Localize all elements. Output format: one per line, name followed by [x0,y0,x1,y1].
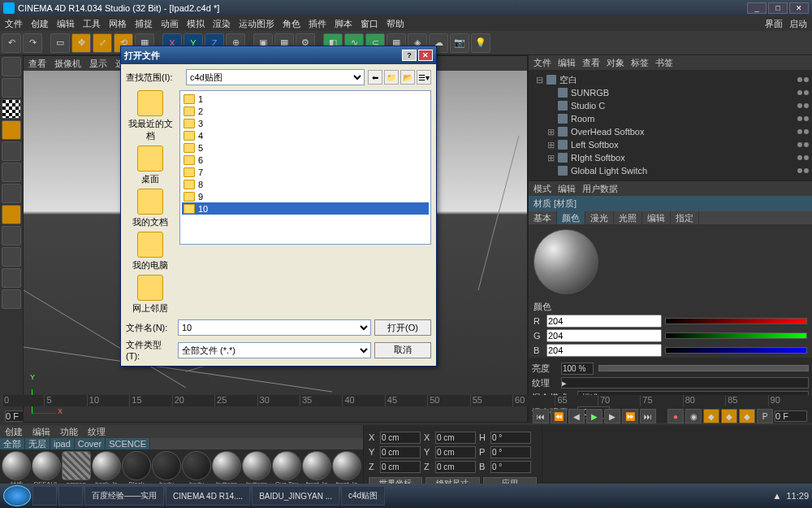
lookin-dropdown[interactable]: c4d贴图 [186,69,365,85]
material-channel-tab[interactable]: 指定 [671,211,699,224]
open-button[interactable]: 打开(O) [374,319,431,336]
menu-item[interactable]: 模拟 [187,18,205,30]
places-item[interactable]: 我的电脑 [132,232,168,271]
enable-axis[interactable] [2,226,21,245]
tray-icon[interactable]: ▲ [773,491,782,501]
panel-tab[interactable]: 文件 [533,57,551,69]
filetype-dropdown[interactable]: 全部文件 (*.*) [178,342,371,358]
record-key[interactable]: ● [667,409,684,423]
play-button[interactable]: ▶ [586,409,603,423]
z-pos[interactable] [380,461,421,473]
object-tree-item[interactable]: Global Light Switch [532,164,809,177]
close-button[interactable]: ✕ [789,2,809,14]
h-rot[interactable] [490,432,531,444]
up-button[interactable]: 📁 [384,70,399,85]
file-list-item[interactable]: 9 [182,190,429,202]
newfolder-button[interactable]: 📂 [400,70,415,85]
filename-input[interactable]: 10 [178,319,371,336]
menu-item[interactable]: 创建 [31,18,49,30]
file-list-item[interactable]: 10 [182,202,429,215]
menu-item[interactable]: 渲染 [213,18,231,30]
menu-item[interactable]: 界面 [765,18,783,30]
scale-tool[interactable]: ⤢ [93,33,112,53]
undo-button[interactable]: ↶ [2,33,21,53]
dialog-titlebar[interactable]: 打开文件 ? ✕ [121,46,436,64]
goto-end[interactable]: ⏭ [640,409,656,423]
menu-item[interactable]: 工具 [83,18,101,30]
cancel-button[interactable]: 取消 [374,342,431,358]
material-menu-item[interactable]: 创建 [0,425,28,438]
material-layer-tab[interactable]: Cover [75,438,106,449]
file-list-item[interactable]: 1 [182,93,429,105]
p-rot[interactable] [490,446,531,458]
x-pos[interactable] [380,432,421,444]
object-tree-item[interactable]: Room [532,112,809,125]
menu-item[interactable]: 动画 [161,18,179,30]
object-mode[interactable] [2,78,21,98]
file-list-item[interactable]: 2 [182,105,429,117]
panel-tab[interactable]: 编辑 [558,57,576,69]
menu-item[interactable]: 运动图形 [239,18,274,30]
brightness-slider[interactable] [598,365,809,371]
next-key[interactable]: ⏩ [622,409,638,423]
taskbar-item[interactable]: CINEMA 4D R14.... [166,486,250,506]
file-list-item[interactable]: 3 [182,117,429,129]
menu-item[interactable]: 文件 [5,18,23,30]
menu-item[interactable]: 帮助 [387,18,404,30]
goto-start[interactable]: ⏮ [533,409,549,423]
point-mode[interactable] [2,141,21,161]
texture-dropdown[interactable]: ▸ [561,377,809,389]
file-list-item[interactable]: 4 [182,129,429,141]
system-tray[interactable]: ▲ 11:29 [773,491,809,501]
key-rot[interactable]: ◆ [739,409,755,423]
menu-item[interactable]: 脚本 [335,18,352,30]
timeline-ruler[interactable]: 051015202530354045505560657075808590 [2,395,810,406]
select-tool[interactable]: ▭ [50,33,70,53]
viewport-menu-item[interactable]: 显示 [89,58,107,70]
object-tree-item[interactable]: SUNRGB [532,86,809,99]
frame-current[interactable] [775,410,807,422]
attribute-tab[interactable]: 编辑 [558,183,576,195]
panel-tab[interactable]: 书签 [655,57,673,69]
file-list-item[interactable]: 5 [182,141,429,154]
material-menu-item[interactable]: 编辑 [28,425,55,438]
polygon-mode[interactable] [2,184,21,203]
places-item[interactable]: 我的文档 [132,189,168,228]
dialog-close[interactable]: ✕ [418,50,433,61]
taskbar-item[interactable]: c4d贴图 [341,486,385,506]
material-channel-tab[interactable]: 光照 [614,211,642,224]
z-size[interactable] [435,461,476,473]
uv-mode[interactable] [2,205,21,224]
object-tree-item[interactable]: Studio C [532,99,809,112]
menu-item[interactable]: 窗口 [361,18,378,30]
y-pos[interactable] [380,446,421,458]
taskbar-item[interactable]: BAIDU_JINGYAN ... [252,486,339,506]
places-item[interactable]: 桌面 [137,145,163,185]
key-param[interactable]: P [757,409,773,423]
material-layer-tab[interactable]: 无层 [25,438,50,449]
viewport-solo[interactable] [2,247,21,267]
menu-item[interactable]: 插件 [309,18,326,30]
object-tree-item[interactable]: ⊟空白 [532,73,809,86]
g-value[interactable] [546,329,662,342]
start-button[interactable] [3,485,31,506]
redo-button[interactable]: ↷ [23,33,42,53]
menu-item[interactable]: 角色 [283,18,300,30]
material-layer-tab[interactable]: 全部 [0,438,25,449]
material-channel-tab[interactable]: 漫光 [585,211,614,224]
attribute-tab[interactable]: 用户数据 [582,183,618,195]
key-scale[interactable]: ◆ [721,409,737,423]
autokey[interactable]: ◉ [685,409,702,423]
menu-item[interactable]: 编辑 [57,18,75,30]
material-menu-item[interactable]: 纹理 [83,425,110,438]
object-tree[interactable]: ⊟空白SUNRGBStudio CRoom⊞OverHead Softbox⊞L… [529,70,812,180]
back-button[interactable]: ⬅ [368,70,382,85]
b-slider[interactable] [665,347,807,354]
menu-item[interactable]: 捕捉 [135,18,153,30]
material-menu-item[interactable]: 功能 [55,425,83,438]
x-size[interactable] [435,432,476,444]
object-tree-item[interactable]: ⊞Left Softbox [532,138,809,151]
light-tool[interactable]: 💡 [471,33,490,53]
prev-frame[interactable]: ◀ [568,409,585,423]
object-tree-item[interactable]: ⊞OverHead Softbox [532,125,809,138]
